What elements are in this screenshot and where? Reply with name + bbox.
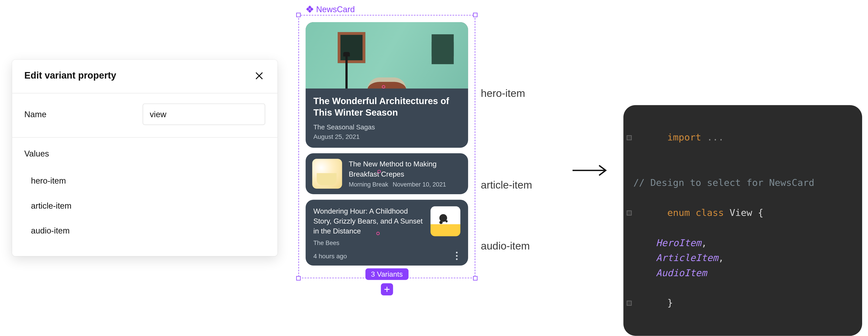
component-name: NewsCard (316, 4, 355, 14)
marker-icon (377, 170, 381, 173)
close-button[interactable] (253, 70, 265, 82)
hero-subtitle: The Seasonal Sagas (313, 123, 460, 131)
newscard-audio-variant[interactable]: Wondering Hour: A Childhood Story, Grizz… (306, 200, 468, 266)
value-item-hero[interactable]: hero-item (24, 168, 265, 193)
arrow-icon (571, 164, 610, 177)
component-icon (306, 5, 314, 13)
code-block: import ... // Design to select for NewsC… (623, 105, 862, 336)
value-item-audio[interactable]: audio-item (24, 218, 265, 243)
selection-handle-tr[interactable] (473, 12, 477, 17)
selection-handle-br[interactable] (473, 276, 477, 281)
article-variant-label: article-item (481, 179, 532, 192)
values-heading: Values (24, 149, 265, 158)
code-line-member: AudioItem (629, 265, 856, 281)
code-line-import: import ... (629, 115, 856, 160)
audio-image (431, 206, 460, 236)
name-row: Name (12, 93, 277, 138)
code-line-enum: enum class View { (629, 190, 856, 235)
variants-badge[interactable]: 3 Variants (365, 269, 408, 280)
panel-header: Edit variant property (12, 60, 277, 93)
name-label: Name (24, 110, 135, 119)
code-line-member: HeroItem, (629, 235, 856, 250)
marker-icon (376, 232, 380, 235)
edit-variant-panel: Edit variant property Name Values hero-i… (12, 60, 277, 256)
article-source: Morning Break (349, 181, 388, 188)
selection-frame[interactable]: The Wonderful Architectures of This Wint… (299, 15, 475, 278)
code-line-close: } (629, 280, 856, 326)
newscard-hero-variant[interactable]: The Wonderful Architectures of This Wint… (306, 22, 468, 148)
audio-author: The Bees (313, 240, 424, 246)
audio-time: 4 hours ago (313, 253, 347, 259)
canvas-area: NewsCard The Wonderful Architectures of … (299, 4, 475, 279)
audio-variant-label: audio-item (481, 240, 530, 252)
more-button[interactable] (453, 252, 460, 260)
panel-title: Edit variant property (24, 70, 116, 81)
value-item-article[interactable]: article-item (24, 193, 265, 218)
component-label[interactable]: NewsCard (306, 4, 475, 14)
hero-title: The Wonderful Architectures of This Wint… (313, 95, 460, 119)
newscard-article-variant[interactable]: The New Method to Making Breakfast Crepe… (306, 153, 468, 194)
marker-icon (382, 85, 385, 88)
close-icon (254, 70, 265, 81)
selection-handle-tl[interactable] (296, 12, 301, 17)
add-variant-button[interactable] (381, 283, 393, 296)
values-section: Values hero-item article-item audio-item (12, 138, 277, 256)
hero-date: August 25, 2021 (313, 133, 460, 140)
code-line-member: ArticleItem, (629, 250, 856, 265)
plus-icon (383, 286, 391, 293)
fold-icon[interactable] (627, 135, 631, 140)
article-image (312, 159, 342, 189)
audio-title: Wondering Hour: A Childhood Story, Grizz… (313, 206, 424, 236)
article-date: November 10, 2021 (393, 181, 446, 188)
fold-icon[interactable] (627, 211, 631, 216)
code-line-comment: // Design to select for NewsCard (629, 175, 856, 190)
fold-icon[interactable] (627, 301, 631, 306)
selection-handle-bl[interactable] (296, 276, 301, 281)
article-title: The New Method to Making Breakfast Crepe… (349, 160, 462, 179)
hero-image (306, 22, 468, 88)
name-input[interactable] (143, 104, 265, 125)
hero-variant-label: hero-item (481, 87, 525, 100)
